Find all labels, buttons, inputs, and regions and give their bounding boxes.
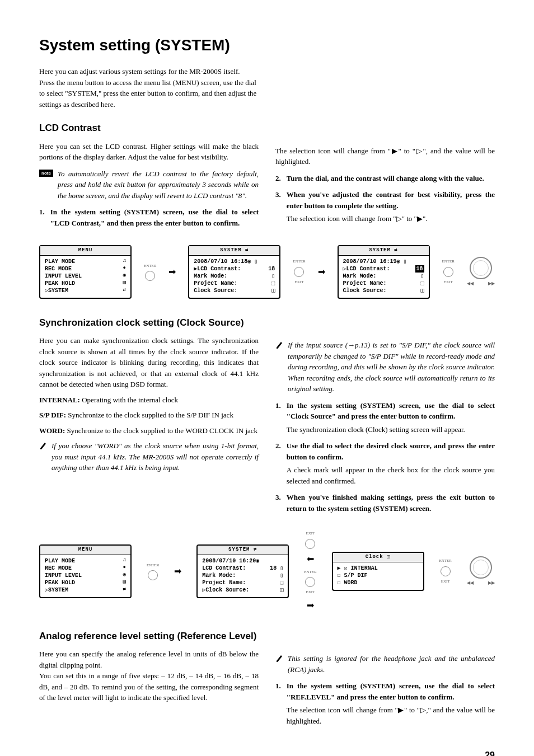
intro-p1: Here you can adjust various system setti… xyxy=(39,66,263,77)
arrow-right-icon: ➡ xyxy=(168,265,176,279)
row-icon: ⇄ xyxy=(123,287,126,294)
sys-row: Clock Source: xyxy=(343,287,387,294)
date-row: 2008/07/10 16:19◉ ▯ xyxy=(343,258,407,265)
step-text: When you've finished making settings, pr… xyxy=(287,492,495,514)
analog-p2: You can set this in a range of five step… xyxy=(39,670,259,703)
sys-val: ▯ xyxy=(271,273,275,280)
circle-icon xyxy=(294,267,304,277)
sync-internal: INTERNAL: Operating with the internal cl… xyxy=(39,395,259,406)
label: WORD: xyxy=(39,426,65,435)
step-num: 2. xyxy=(275,440,281,486)
menu-row: ▷SYSTEM xyxy=(45,586,68,594)
arrow-right-icon: ➡ xyxy=(174,565,181,578)
sys-row: Mark Mode: xyxy=(202,572,236,579)
sys-val: ▯ xyxy=(280,572,283,579)
sync-warn-1: If you choose "WORD" as the clock source… xyxy=(39,440,259,473)
circle-icon xyxy=(148,570,158,580)
date-row: 2008/07/10 16:18◉ ▯ xyxy=(194,258,257,265)
clock-screen: Clock ◫ ▶ ☑ INTERNAL ☐ S/P DIF ☐ WORD xyxy=(332,552,424,591)
sys-row: LCD Contrast: xyxy=(202,565,246,572)
arrow-right-icon: ➡ xyxy=(318,265,325,279)
step-note: The synchronization clock (Clock) settin… xyxy=(287,424,495,435)
row-icon: ♫ xyxy=(123,557,126,565)
warn-text: If the input source (→p.13) is set to "S… xyxy=(288,340,495,395)
next-icon: ▶▶ xyxy=(488,580,495,586)
screen-title: Clock ◫ xyxy=(333,553,423,562)
exit-label: EXIT xyxy=(306,530,315,537)
sys-row: Mark Mode: xyxy=(343,273,377,280)
analog-warn: This setting is ignored for the headphon… xyxy=(275,653,495,675)
lcd-step-2: 2. Turn the dial, and the contrast will … xyxy=(275,173,495,184)
sync-warn-2: If the input source (→p.13) is set to "S… xyxy=(275,340,495,395)
menu-row: PLAY MODE xyxy=(45,258,75,265)
lcd-note-text: To automatically revert the LCD contrast… xyxy=(58,168,259,201)
row-icon: ▤ xyxy=(123,280,126,287)
sync-heading: Synchronization clock setting (Clock Sou… xyxy=(39,316,495,330)
clock-row: ▶ ☑ INTERNAL xyxy=(338,565,378,572)
menu-row: REC MODE xyxy=(45,565,72,572)
row-icon: ♫ xyxy=(123,258,126,265)
label: S/P DIF: xyxy=(39,411,66,419)
lcd-note: note To automatically revert the LCD con… xyxy=(39,168,259,201)
warn-text: This setting is ignored for the headphon… xyxy=(288,653,495,675)
prev-icon: ◀◀ xyxy=(467,580,474,586)
step-text: In the system setting (SYSTEM) screen, u… xyxy=(50,206,259,228)
lcd-col2-p1: The selection icon will change from "▶" … xyxy=(275,145,495,167)
step-text: Turn the dial, and the contrast will cha… xyxy=(287,173,495,184)
screen-title: SYSTEM ⇄ xyxy=(198,546,288,555)
intro-p2: Press the menu button to access the menu… xyxy=(39,77,263,110)
prev-icon: ◀◀ xyxy=(467,280,474,287)
clock-row: ☐ WORD xyxy=(338,579,358,586)
sync-p1: Here you can make synchronization clock … xyxy=(39,335,259,390)
row-icon: ● xyxy=(123,565,126,572)
step-num: 1. xyxy=(39,206,45,228)
sync-step-3: 3. When you've finished making settings,… xyxy=(275,492,495,514)
next-icon: ▶▶ xyxy=(488,280,495,287)
step-note: A check mark will appear in the check bo… xyxy=(287,464,495,486)
step-num: 1. xyxy=(275,400,281,435)
screen-title: SYSTEM ⇄ xyxy=(189,246,279,256)
sys-val: 18 ▯ xyxy=(270,565,283,572)
row-icon: ◉ xyxy=(123,572,126,579)
enter-label: ENTER xyxy=(147,562,160,569)
menu-row: PEAK HOLD xyxy=(45,579,75,586)
sys-val: ◫ xyxy=(271,287,275,294)
clock-row: ☐ S/P DIF xyxy=(338,572,368,579)
exit-label: EXIT xyxy=(306,589,315,595)
analog-heading: Analog reference level setting (Referenc… xyxy=(39,629,495,644)
step-note: The selection icon will change from "▷" … xyxy=(287,213,495,224)
exit-label: EXIT xyxy=(294,279,303,285)
row-icon: ▤ xyxy=(123,579,126,586)
step-num: 1. xyxy=(275,680,281,726)
enter-label: ENTER xyxy=(442,259,455,265)
enter-label: ENTER xyxy=(304,569,317,575)
sync-word: WORD: Synchronize to the clock supplied … xyxy=(39,425,259,436)
row-icon: ● xyxy=(123,265,126,273)
sys-row: ▶LCD Contrast: xyxy=(194,265,241,273)
arrow-left-icon: ⬅ xyxy=(307,552,314,566)
sys-val-hl: 18 xyxy=(415,265,424,273)
menu-row: ▷SYSTEM xyxy=(45,287,68,294)
system-screen-3: SYSTEM ⇄ 2008/07/10 16:20◉ LCD Contrast:… xyxy=(196,544,289,598)
intro-block: Here you can adjust various system setti… xyxy=(39,66,263,110)
step-text: In the system setting (SYSTEM) screen, u… xyxy=(287,682,495,701)
sys-val: ▯ xyxy=(421,273,424,280)
pencil-icon xyxy=(275,341,283,349)
enter-label: ENTER xyxy=(293,259,306,265)
sys-row: ▷LCD Contrast: xyxy=(343,265,390,273)
menu-row: INPUT LEVEL xyxy=(45,273,82,280)
exit-label: EXIT xyxy=(444,279,453,285)
circle-icon xyxy=(305,577,315,587)
warn-text: If you choose "WORD" as the clock source… xyxy=(51,440,259,473)
circle-icon xyxy=(145,271,155,281)
dial-icon xyxy=(470,257,492,279)
label-text: Operating with the internal clock xyxy=(80,396,178,404)
section-sync: Synchronization clock setting (Clock Sou… xyxy=(39,316,495,612)
sys-row: Mark Mode: xyxy=(194,273,227,280)
label-text: Synchronize to the clock supplied to the… xyxy=(66,411,233,419)
step-text: Use the dial to select the desired clock… xyxy=(287,442,495,461)
sys-val: ⬚ xyxy=(271,280,275,287)
label-text: Synchronize to the clock supplied to the… xyxy=(65,426,257,435)
circle-icon xyxy=(305,539,315,549)
pencil-icon xyxy=(39,442,47,449)
